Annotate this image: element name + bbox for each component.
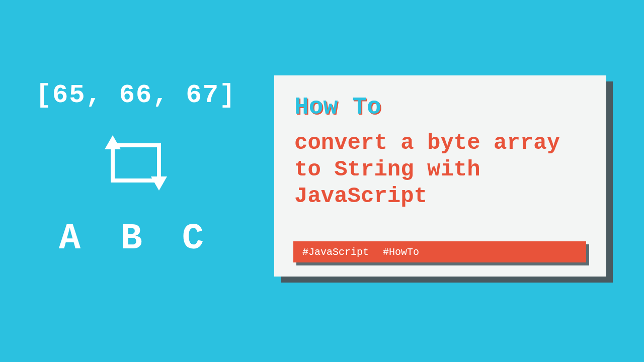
- result-text: A B C: [59, 218, 213, 259]
- svg-marker-2: [151, 176, 167, 191]
- tag-bar: #JavaScript #HowTo: [293, 241, 586, 262]
- tag-item: #JavaScript: [302, 246, 369, 258]
- card-title: convert a byte array to String with Java…: [294, 130, 586, 209]
- howto-label: How To: [294, 94, 586, 121]
- title-card: How To convert a byte array to String wi…: [274, 75, 606, 277]
- convert-icon: [101, 135, 171, 198]
- svg-marker-1: [105, 135, 121, 149]
- illustration-panel: [65, 66, 67] A B C: [30, 80, 242, 259]
- svg-rect-0: [113, 145, 159, 180]
- byte-array-text: [65, 66, 67]: [36, 80, 236, 110]
- tag-item: #HowTo: [383, 246, 419, 258]
